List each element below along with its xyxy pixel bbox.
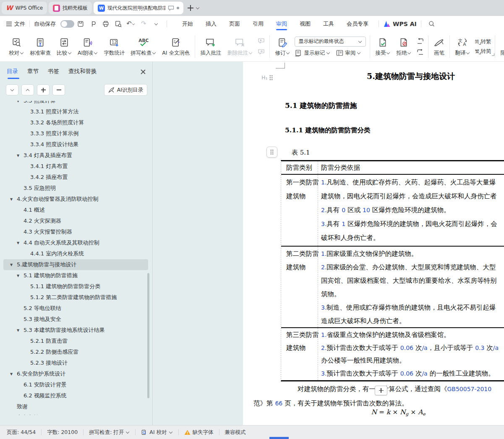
sidebar-tab-章节[interactable]: 章节 <box>27 68 39 79</box>
toc-item[interactable]: 3.3.3 照度计算示例 <box>3 128 148 139</box>
reject-revision-button[interactable]: 拒绝 <box>393 33 414 60</box>
tab-docer-templates[interactable]: 找稻壳模板 <box>49 2 92 14</box>
toc-item[interactable]: 3.4.2 插座布置 <box>3 172 148 183</box>
toc-collapse-arrow-icon[interactable]: ▼ <box>17 329 24 332</box>
file-menu[interactable]: 文件 <box>6 20 25 28</box>
menu-tab-审阅[interactable]: 审阅 <box>276 16 287 32</box>
save-button[interactable] <box>75 19 86 29</box>
redo-button[interactable]: ↷ <box>138 19 149 29</box>
standard-review-button[interactable]: 标准审查 <box>27 33 54 60</box>
toc-item[interactable]: 3.3.4 照度设计结果 <box>3 139 148 150</box>
proofread-button[interactable]: 校对 <box>6 33 27 60</box>
word-count-button[interactable]: 12 字数统计 <box>101 33 128 60</box>
missing-font-warning[interactable]: 缺失字体 <box>184 429 214 436</box>
zoom-in-outline-button[interactable] <box>37 84 50 95</box>
toc-collapse-arrow-icon[interactable]: ▼ <box>17 274 24 278</box>
to-simplified-button[interactable]: 繁 转简 <box>475 48 491 55</box>
toc-item[interactable]: ▼3.3 照度计算 <box>3 101 148 106</box>
dialog-launcher-icon[interactable] <box>492 53 494 56</box>
body-paragraph-line2[interactable]: 范》第 66 页，有关于建筑物年预计雷击次数的算法。 <box>253 399 408 408</box>
spell-check-status[interactable]: 拼写检查: 打开 <box>89 429 130 436</box>
toc-item[interactable]: 参考文献 <box>3 412 148 415</box>
translate-button[interactable]: 文A 翻译 <box>452 33 473 60</box>
toc-item[interactable]: 4.4.1 室内消火栓系统 <box>3 248 148 259</box>
spell-check-button[interactable]: ABC 拼写检查 <box>128 33 159 60</box>
menu-tab-会员专享[interactable]: 会员专享 <box>347 16 368 32</box>
page-indicator[interactable]: 页面: 44/54 <box>7 429 36 436</box>
toc-item[interactable]: ▼6.安全防护系统设计 <box>3 368 148 379</box>
show-markup-button[interactable]: 显示标记 <box>295 50 330 57</box>
print-button[interactable] <box>100 19 111 29</box>
previous-comment-button[interactable] <box>257 37 266 45</box>
menu-tab-插入[interactable]: 插入 <box>206 16 217 32</box>
tab-current-document[interactable]: W 现代化医院照明供配电防雷及 <box>94 2 183 14</box>
accept-revision-button[interactable]: 接受 <box>372 33 393 60</box>
body-paragraph-line1[interactable]: 对建筑物的防雷分类，有一个计算公式，通过查阅《GB50057-2010 <box>298 385 491 394</box>
toc-item[interactable]: 5.2 等电位联结 <box>3 303 148 314</box>
markup-state-dropdown[interactable]: 显示标记的最终状态 <box>295 37 366 47</box>
menu-tab-视图[interactable]: 视图 <box>300 16 311 32</box>
toc-item[interactable]: 5.2.1 防直击雷 <box>3 336 148 347</box>
toc-collapse-arrow-icon[interactable]: ▼ <box>17 154 24 158</box>
autosave-toggle[interactable] <box>60 20 74 28</box>
previous-revision-button[interactable] <box>415 37 425 45</box>
toc-collapse-arrow-icon[interactable]: ▼ <box>17 101 24 103</box>
restrict-editing-button[interactable]: 限制编辑 <box>497 33 504 60</box>
classification-table[interactable]: 防雷类别 防雷分类依据 第一类防雷建筑物1.凡制造、使用或贮存炸药、火药、起爆药… <box>281 160 504 381</box>
export-pdf-button[interactable] <box>88 19 99 29</box>
subsection-heading[interactable]: 5.1.1 建筑物的防雷防雷分类 <box>285 126 371 135</box>
toc-item[interactable]: 3.5 应急照明 <box>3 183 148 194</box>
table-drag-handle[interactable] <box>266 147 277 158</box>
toc-item[interactable]: 5.2.2 防侧击感应雷 <box>3 347 148 358</box>
table-caption[interactable]: 表 5.1 <box>292 149 310 157</box>
toc-item[interactable]: 5.1.2 第二类防雷建筑物的防雷措施 <box>3 292 148 303</box>
toc-item[interactable]: 5.3 接地及安全 <box>3 314 148 325</box>
toc-item[interactable]: 3.3.2 各场所照度计算 <box>3 117 148 128</box>
toc-item[interactable]: 3.3.1 照度计算方法 <box>3 106 148 117</box>
tab-wps-home[interactable]: W WPS Office <box>2 2 47 14</box>
toc-item[interactable]: ▼5.建筑物防雷与接地设计 <box>3 259 148 270</box>
expand-all-button[interactable] <box>21 84 34 95</box>
new-tab-button[interactable] <box>186 3 195 13</box>
lightning-strike-formula[interactable]: N = k × Ng × Ae <box>344 408 453 416</box>
ai-read-aloud-button[interactable]: AI朗读 <box>75 33 101 60</box>
toc-item[interactable]: 3.4.1 灯具布置 <box>3 161 148 172</box>
toc-item[interactable]: ▼4.4 自动灭火系统及其联动控制 <box>3 237 148 248</box>
toc-collapse-arrow-icon[interactable]: ▼ <box>10 197 17 201</box>
toc-item[interactable]: 4.1 概述 <box>3 205 148 216</box>
sidebar-tab-查找和替换[interactable]: 查找和替换 <box>68 68 97 79</box>
heading-level-marker[interactable]: H₁ <box>261 74 273 81</box>
collapse-all-button[interactable] <box>6 84 18 95</box>
toc-collapse-arrow-icon[interactable]: ▼ <box>10 372 17 376</box>
sidebar-scrollbar[interactable] <box>147 273 149 398</box>
document-page[interactable]: H₁ 5.建筑物防雷与接地设计 5.1 建筑物的防雷措施 5.1.1 建筑物的防… <box>243 62 504 425</box>
toc-item[interactable]: 4.3 火灾报警控制器 <box>3 226 148 237</box>
toc-item[interactable]: ▼5.3 本建筑防雷接地系统设计结果 <box>3 325 148 336</box>
toc-item[interactable]: 致谢 <box>3 401 148 412</box>
track-changes-button[interactable]: 修订 <box>272 33 293 60</box>
delete-comment-button[interactable]: 删除批注 <box>224 33 256 60</box>
menu-tab-开始[interactable]: 开始 <box>182 16 193 32</box>
insert-comment-button[interactable]: 插入批注 <box>197 33 224 60</box>
toc-collapse-arrow-icon[interactable]: ▼ <box>10 263 17 267</box>
next-revision-button[interactable] <box>415 48 425 56</box>
ai-proofread-status[interactable]: AI 校对 <box>141 429 172 436</box>
toc-item[interactable]: 4.2 火灾探测器 <box>3 216 148 226</box>
toc-item[interactable]: 6.1 安防设计背景 <box>3 379 148 390</box>
ai-recognize-toc-button[interactable]: AI识别目录 <box>104 84 147 96</box>
compare-button[interactable]: 比较 <box>54 33 75 60</box>
toc-item[interactable]: ▼4.火灾自动报警器及消防联动控制 <box>3 194 148 205</box>
wps-ai-button[interactable]: WPS AI <box>383 21 417 27</box>
toc-item[interactable]: ▼5.1 建筑物的防雷措施 <box>3 270 148 281</box>
review-pane-button[interactable]: 审阅 <box>336 50 361 57</box>
print-preview-button[interactable] <box>113 19 124 29</box>
menu-tab-页面[interactable]: 页面 <box>229 16 240 32</box>
undo-button[interactable]: ↶ <box>125 19 136 29</box>
menu-tab-工具[interactable]: 工具 <box>323 16 334 32</box>
close-sidebar-icon[interactable] <box>140 68 146 75</box>
tab-list-chevron-icon[interactable] <box>196 6 200 10</box>
toc-item[interactable]: 5.2.3 接地设计 <box>3 358 148 368</box>
search-button[interactable] <box>426 19 437 29</box>
toc-item[interactable]: 5.1.1 建筑物的防雷防雷分类 <box>3 281 148 292</box>
toc-item[interactable]: 6.2 视频监控系统 <box>3 390 148 401</box>
